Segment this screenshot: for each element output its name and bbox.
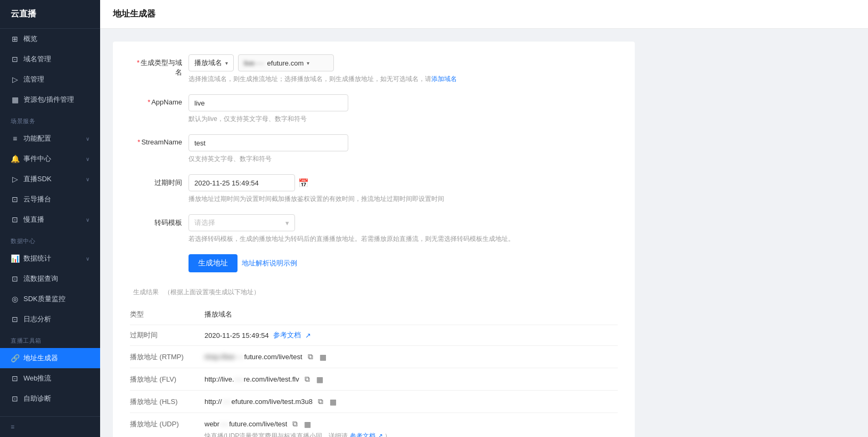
sidebar-item-label: 域名管理 xyxy=(23,54,51,64)
sidebar-item-label: 事件中心 xyxy=(23,154,51,164)
sidebar-item-domain[interactable]: ⊡ 域名管理 xyxy=(0,49,100,69)
streamname-hint: 仅支持英文字母、数字和符号 xyxy=(189,155,618,164)
dropdown-group: 播放域名 ▾ live·····efuture.com ▾ xyxy=(189,54,618,71)
expiry-row: 过期时间 📅 播放地址过期时间为设置时间截加播放鉴权设置的有效时间，推流地址过期… xyxy=(130,174,618,204)
collapse-icon: ≡ xyxy=(11,423,14,431)
result-value-expiry: 2020-11-25 15:49:54 参考文档 ↗ xyxy=(204,330,618,340)
qr-btn-udp[interactable]: ▦ xyxy=(303,419,312,430)
sidebar-item-slow-live[interactable]: ⊡ 慢直播 ∨ xyxy=(0,209,100,230)
add-domain-link[interactable]: 添加域名 xyxy=(431,75,457,83)
transcode-row: 转码模板 请选择 ▾ 若选择转码模板，生成的播放地址为转码后的直播播放地址。若需… xyxy=(130,214,618,244)
qr-btn-rtmp[interactable]: ▦ xyxy=(318,352,327,362)
result-row-hls: 播放地址 (HLS) http://·····efuture.com/live/… xyxy=(130,391,618,413)
result-label-flv: 播放地址 (FLV) xyxy=(130,375,204,384)
log-analysis-icon: ⊡ xyxy=(11,315,19,323)
expiry-input[interactable] xyxy=(189,174,295,191)
form-card: *生成类型与域名 播放域名 ▾ live·····efuture.com ▾ xyxy=(113,42,635,437)
data-stat-icon: 📊 xyxy=(11,254,19,263)
sidebar-item-label: 自助诊断 xyxy=(23,394,51,403)
cloud-guide-icon: ⊡ xyxy=(11,195,19,204)
udp-doc-link[interactable]: 参考文档 xyxy=(350,432,375,437)
domain-dropdown-label: live····· xyxy=(244,59,264,67)
copy-btn-rtmp[interactable]: ⧉ xyxy=(307,351,314,362)
sidebar-item-func-config[interactable]: ≡ 功能配置 ∨ xyxy=(0,128,100,149)
explain-link[interactable]: 地址解析说明示例 xyxy=(238,258,301,268)
streamname-input[interactable] xyxy=(189,134,348,151)
page-content: *生成类型与域名 播放域名 ▾ live·····efuture.com ▾ xyxy=(100,29,868,437)
event-icon: 🔔 xyxy=(11,155,19,163)
appname-label: *AppName xyxy=(130,94,189,106)
domain-hint: 选择推流域名，则生成推流地址；选择播放域名，则生成播放地址，如无可选域名，请添加… xyxy=(189,75,618,84)
sidebar-item-stream[interactable]: ▷ 流管理 xyxy=(0,69,100,90)
sidebar-item-event-center[interactable]: 🔔 事件中心 ∨ xyxy=(0,149,100,169)
expiry-hint: 播放地址过期时间为设置时间截加播放鉴权设置的有效时间，推流地址过期时间即设置时间 xyxy=(189,195,618,204)
result-row-expiry: 过期时间 2020-11-25 15:49:54 参考文档 ↗ xyxy=(130,325,618,346)
result-row-type: 类型 播放域名 xyxy=(130,304,618,325)
sidebar-item-flow-query[interactable]: ⊡ 流数据查询 xyxy=(0,269,100,289)
sidebar-item-label: 地址生成器 xyxy=(23,353,58,363)
results-title: 生成结果 （根据上面设置项生成以下地址） xyxy=(130,287,618,297)
sidebar-item-label: 云导播台 xyxy=(23,195,51,204)
self-diag-icon: ⊡ xyxy=(11,394,19,403)
result-value-hls: http://·····efuture.com/live/test.m3u8 ⧉… xyxy=(204,396,618,407)
result-value-udp: webr·····future.com/live/test ⧉ ▦ xyxy=(204,418,618,430)
doc-link-expiry[interactable]: 参考文档 xyxy=(273,330,301,340)
sidebar-item-label: 流数据查询 xyxy=(23,274,58,284)
section-title-data: 数据中心 xyxy=(0,230,100,248)
transcode-label: 转码模板 xyxy=(130,214,189,228)
domain-dropdown[interactable]: live·····efuture.com ▾ xyxy=(238,54,334,71)
appname-row: *AppName 默认为live，仅支持英文字母、数字和符号 xyxy=(130,94,618,124)
sidebar-collapse[interactable]: ≡ xyxy=(0,416,100,437)
qr-btn-hls[interactable]: ▦ xyxy=(329,396,338,407)
chevron-down-icon: ∨ xyxy=(86,256,89,262)
external-link-icon[interactable]: ↗ xyxy=(305,331,311,339)
live-sdk-icon: ▷ xyxy=(11,175,19,183)
type-dropdown[interactable]: 播放域名 ▾ xyxy=(189,54,234,71)
transcode-caret: ▾ xyxy=(285,219,289,227)
section-title-scene: 场景服务 xyxy=(0,110,100,128)
overview-icon: ⊞ xyxy=(11,35,19,43)
copy-btn-flv[interactable]: ⧉ xyxy=(304,374,311,385)
sidebar-item-web-push[interactable]: ⊡ Web推流 xyxy=(0,368,100,389)
result-value-flv: http://live.·····re.com/live/test.flv ⧉ … xyxy=(204,374,618,385)
gen-type-label: *生成类型与域名 xyxy=(130,54,189,77)
type-dropdown-caret: ▾ xyxy=(225,60,228,66)
calendar-icon[interactable]: 📅 xyxy=(298,178,309,188)
result-label-type: 类型 xyxy=(130,310,204,319)
sidebar-item-label: 直播SDK xyxy=(23,174,52,184)
copy-btn-hls[interactable]: ⧉ xyxy=(317,396,324,407)
transcode-select[interactable]: 请选择 ▾ xyxy=(189,214,295,231)
sidebar-item-addr-gen[interactable]: 🔗 地址生成器 xyxy=(0,348,100,368)
sidebar-item-label: 流管理 xyxy=(23,75,44,84)
sidebar-item-label: 慢直播 xyxy=(23,215,44,224)
sidebar-item-overview[interactable]: ⊞ 概览 xyxy=(0,29,100,49)
sidebar-item-self-diag[interactable]: ⊡ 自助诊断 xyxy=(0,389,100,409)
sidebar-item-live-sdk[interactable]: ▷ 直播SDK ∨ xyxy=(0,169,100,189)
copy-btn-udp[interactable]: ⧉ xyxy=(291,418,299,430)
qr-btn-flv[interactable]: ▦ xyxy=(315,374,324,385)
sidebar-item-data-stat[interactable]: 📊 数据统计 ∨ xyxy=(0,248,100,269)
udp-hint-suffix: ） xyxy=(384,432,391,437)
chevron-down-icon: ∨ xyxy=(86,136,89,142)
expiry-field: 📅 播放地址过期时间为设置时间截加播放鉴权设置的有效时间，推流地址过期时间即设置… xyxy=(189,174,618,204)
streamname-label: *StreamName xyxy=(130,134,189,146)
sidebar-item-resource[interactable]: ▦ 资源包/插件管理 xyxy=(0,90,100,110)
web-push-icon: ⊡ xyxy=(11,374,19,383)
appname-field: 默认为live，仅支持英文字母、数字和符号 xyxy=(189,94,618,124)
generate-btn[interactable]: 生成地址 xyxy=(189,254,238,272)
func-config-icon: ≡ xyxy=(11,134,19,143)
sidebar-item-log-analysis[interactable]: ⊡ 日志分析 xyxy=(0,309,100,329)
gen-type-row: *生成类型与域名 播放域名 ▾ live·····efuture.com ▾ xyxy=(130,54,618,84)
resource-icon: ▦ xyxy=(11,95,19,104)
sidebar-item-label: 概览 xyxy=(23,34,37,44)
streamname-field: 仅支持英文字母、数字和符号 xyxy=(189,134,618,164)
result-row-rtmp: 播放地址 (RTMP) rtmp://live·····future.com/l… xyxy=(130,346,618,368)
appname-input[interactable] xyxy=(189,94,348,111)
sidebar-item-sdk-monitor[interactable]: ◎ SDK质量监控 xyxy=(0,289,100,309)
sidebar-item-label: 资源包/插件管理 xyxy=(23,95,74,104)
result-label-rtmp: 播放地址 (RTMP) xyxy=(130,352,204,362)
result-label-expiry: 过期时间 xyxy=(130,330,204,340)
sidebar-item-label: 日志分析 xyxy=(23,314,51,324)
results-section: 生成结果 （根据上面设置项生成以下地址） 类型 播放域名 过期时间 2020-1… xyxy=(130,287,618,437)
sidebar-item-cloud-guide[interactable]: ⊡ 云导播台 xyxy=(0,189,100,209)
